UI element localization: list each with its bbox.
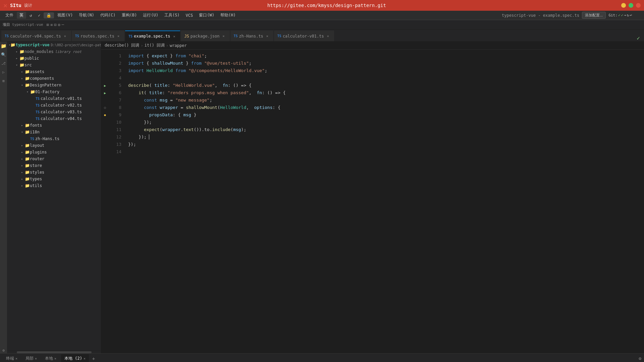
add-config-button[interactable]: 添加配置... xyxy=(582,12,606,19)
menu-file[interactable]: 文件 xyxy=(3,12,16,19)
menu-undo[interactable]: ↺ xyxy=(27,12,35,18)
project-settings-icon[interactable]: ⚙ xyxy=(58,22,60,27)
activity-search-icon[interactable]: 🔍 xyxy=(1,52,7,58)
menu-code[interactable]: 代码(C) xyxy=(98,12,118,19)
project-layout-icon[interactable]: ⊟ xyxy=(54,22,56,27)
git-check1[interactable]: ✓ xyxy=(618,13,621,17)
activity-debug-icon[interactable]: ▷ xyxy=(1,69,7,75)
ln-7: 7 xyxy=(109,97,121,104)
terminal-close-icon[interactable]: ✕ xyxy=(35,357,37,360)
menu-lock[interactable]: 🔒 xyxy=(44,12,54,18)
tab-close-icon[interactable]: ✕ xyxy=(221,34,226,39)
tree-store[interactable]: ▸ 📁 store xyxy=(7,162,101,169)
menu-lang[interactable]: 英 xyxy=(17,12,26,19)
gutter-3 xyxy=(101,67,109,74)
code-content[interactable]: import { expect } from "chai" ; import {… xyxy=(125,50,644,353)
terminal-close-icon[interactable]: ✕ xyxy=(84,357,86,360)
git-undo[interactable]: ↩ xyxy=(630,13,632,17)
terminal-close-icon[interactable]: ✕ xyxy=(54,357,56,360)
tree-utils[interactable]: ▸ 📁 utils xyxy=(7,182,101,189)
tab-label: zh-Hans.ts xyxy=(239,34,263,39)
fn-describe: describe xyxy=(128,82,149,89)
punc: : () xyxy=(262,89,275,97)
tab-package-json[interactable]: JS package.json ✕ xyxy=(181,31,229,41)
code-line-5: describe ( title : "HelloWorld.vue" , fn… xyxy=(128,82,644,89)
tree-i18n[interactable]: ▾ 📁 i18n xyxy=(7,129,101,135)
menu-vcs[interactable]: VCS xyxy=(183,12,196,18)
project-label: 项目 xyxy=(3,22,10,27)
tree-calc-v03[interactable]: ▸ TS calculator-v03.ts xyxy=(7,109,101,115)
breadcrumb-wrapper[interactable]: wrapper xyxy=(170,43,187,48)
str-new-message: "new message" xyxy=(175,97,210,104)
git-sync[interactable]: ↻ xyxy=(627,13,629,17)
maximize-button[interactable] xyxy=(629,3,633,8)
terminal-tab-localhost[interactable]: 本地 ✕ xyxy=(42,354,60,362)
tab-calculator-v01[interactable]: TS calculator-v01.ts ✕ xyxy=(274,31,334,41)
project-expand-icon[interactable]: ⊞ xyxy=(47,22,49,27)
terminal-add-button[interactable]: + xyxy=(90,355,97,362)
tree-calc-v02[interactable]: ▸ TS calculator-v02.ts xyxy=(7,102,101,109)
fn-it: it xyxy=(139,89,144,97)
terminal-tab-terminal[interactable]: 终端 ✕ xyxy=(3,354,21,362)
minimize-button[interactable] xyxy=(621,3,626,8)
code-editor[interactable]: ▶ ▶ ○ ● 1 2 3 4 5 6 7 8 9 xyxy=(101,50,644,353)
activity-explorer-icon[interactable]: 📁 xyxy=(1,43,7,49)
menu-tools[interactable]: 工具(S) xyxy=(162,12,182,19)
tree-zh-hans[interactable]: ▸ TS zh-Hans.ts xyxy=(7,135,101,142)
menu-run[interactable]: 运行(U) xyxy=(140,12,161,19)
project-minus-icon[interactable]: ─ xyxy=(62,22,64,27)
tree-styles[interactable]: ▸ 📁 styles xyxy=(7,169,101,176)
tree-assets[interactable]: ▸ 📁 assets xyxy=(7,68,101,75)
menu-view[interactable]: 视图(V) xyxy=(55,12,75,19)
tree-layout[interactable]: ▸ 📁 layout xyxy=(7,142,101,149)
tab-close-icon[interactable]: ✕ xyxy=(171,34,177,39)
tab-example-spec[interactable]: TS example.spec.ts ✕ xyxy=(125,31,180,41)
tree-types[interactable]: ▸ 📁 types xyxy=(7,176,101,182)
tab-close-icon[interactable]: ✕ xyxy=(116,34,121,39)
tab-close-icon[interactable]: ✕ xyxy=(265,34,270,39)
tree-calc-v01[interactable]: ▸ TS calculator-v01.ts xyxy=(7,95,101,102)
code-line-6: it ( title : "renders props.msg when pas… xyxy=(128,89,644,97)
activity-extensions-icon[interactable]: ⊞ xyxy=(1,78,7,84)
close-button[interactable] xyxy=(636,3,641,8)
activity-git-icon[interactable]: ⎇ xyxy=(1,60,7,66)
tree-01-factory[interactable]: ▾ 📁 01-Factory xyxy=(7,88,101,95)
tree-public[interactable]: ▸ 📁 public xyxy=(7,55,101,62)
tab-close-icon[interactable]: ✕ xyxy=(62,34,68,39)
breadcrumb-it[interactable]: it() 回调 xyxy=(145,43,165,48)
tree-components[interactable]: ▸ 📁 components xyxy=(7,75,101,82)
param-fn: fn xyxy=(223,82,228,89)
tree-plugins[interactable]: ▸ 📁 plugins xyxy=(7,149,101,156)
tree-fonts[interactable]: ▸ 📁 fonts xyxy=(7,122,101,129)
git-arrow[interactable]: → xyxy=(624,13,626,17)
tree-router[interactable]: ▸ 📁 router xyxy=(7,156,101,162)
menu-nav[interactable]: 导航(N) xyxy=(76,12,97,19)
menu-window[interactable]: 窗口(W) xyxy=(196,12,217,19)
tree-src[interactable]: ▾ 📁 src xyxy=(7,62,101,68)
tab-zh-hans[interactable]: TS zh-Hans.ts ✕ xyxy=(230,31,273,41)
tree-root[interactable]: ▾ 📁 typescript-vue D:\002-project\design… xyxy=(7,42,101,48)
breadcrumb-describe[interactable]: describe() 回调 xyxy=(105,43,139,48)
terminal-close-icon[interactable]: ✕ xyxy=(15,357,17,360)
tab-caculator-v04[interactable]: TS caculator-v04.spec.ts ✕ xyxy=(1,31,71,41)
terminal-settings-icon[interactable]: ⚙ xyxy=(639,356,641,361)
terminal-tab-localhost2[interactable]: 本地 (2) ✕ xyxy=(61,354,89,362)
menu-refactor[interactable]: 重构(B) xyxy=(119,12,140,19)
sidebar-scrollbar[interactable] xyxy=(7,351,101,353)
tree-design-pattern[interactable]: ▾ 📁 DesignPattern xyxy=(7,82,101,88)
tree-node-modules[interactable]: ▸ 📁 node_modules library root xyxy=(7,48,101,55)
indent xyxy=(128,111,149,119)
title-bar-controls[interactable] xyxy=(621,3,641,8)
tab-routes-spec[interactable]: TS routes.spec.ts ✕ xyxy=(72,31,124,41)
kw-from: from xyxy=(175,67,186,74)
design-pattern-label: DesignPattern xyxy=(30,83,61,87)
tree-calc-v04[interactable]: ▸ TS calculator-v04.ts xyxy=(7,115,101,122)
terminal-tab-local[interactable]: 局部 ✕ xyxy=(22,354,40,362)
project-collapse-icon[interactable]: ≡ xyxy=(50,22,53,27)
tab-close-icon[interactable]: ✕ xyxy=(325,34,331,39)
menu-check[interactable]: ✓ xyxy=(35,12,43,18)
gutter: ▶ ▶ ○ ● xyxy=(101,50,109,353)
git-check2[interactable]: ✓ xyxy=(621,13,624,17)
menu-help[interactable]: 帮助(H) xyxy=(218,12,238,19)
activity-remote-icon[interactable]: ⚙ xyxy=(1,347,7,353)
